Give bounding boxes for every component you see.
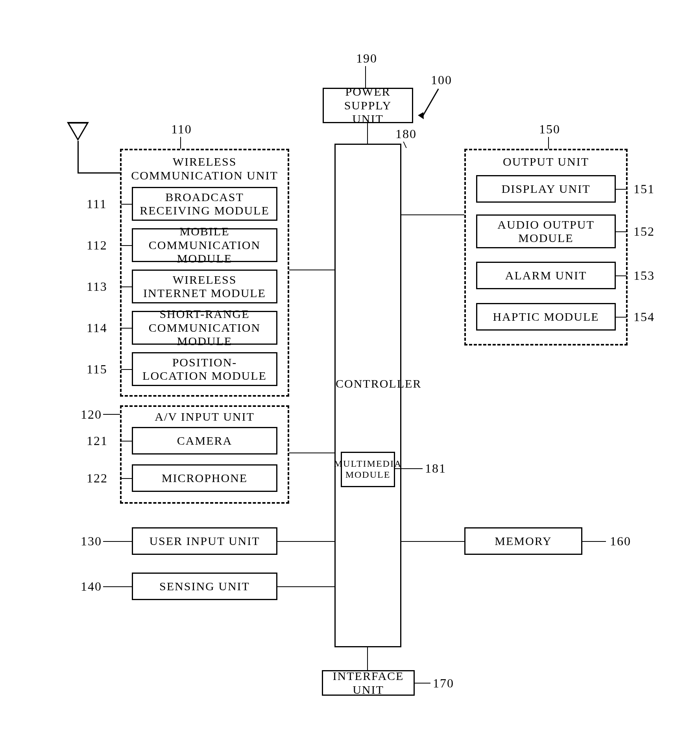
antenna-pole: [78, 141, 79, 172]
ref-120: 120: [81, 407, 102, 422]
ref-152: 152: [634, 224, 655, 239]
multimedia-module-block: MULTIMEDIAMODULE: [341, 452, 395, 487]
ref-115: 115: [87, 362, 107, 377]
tick-112: [121, 245, 132, 246]
leader-180: [403, 142, 406, 148]
interface-unit-block: INTERFACE UNIT: [322, 670, 415, 696]
controller-label: CONTROLLER: [336, 377, 400, 391]
tick-113: [121, 286, 132, 287]
leader-100: [422, 89, 439, 116]
alarm-unit-block: ALARM UNIT: [476, 262, 616, 289]
leader-120: [103, 414, 120, 415]
tick-151: [616, 189, 627, 190]
conn-power-controller: [367, 123, 368, 144]
tick-111: [121, 204, 132, 205]
short-range-communication-module-block: SHORT-RANGECOMMUNICATION MODULE: [132, 311, 277, 345]
conn-userinput-controller: [277, 541, 334, 542]
ref-100: 100: [431, 73, 452, 87]
ref-154: 154: [634, 310, 655, 324]
ref-114: 114: [87, 321, 107, 335]
leader-100-arrow: [418, 112, 427, 121]
sensing-unit-block: SENSING UNIT: [132, 573, 277, 600]
haptic-module-block: HAPTIC MODULE: [476, 303, 616, 331]
conn-wireless-controller: [289, 270, 334, 270]
ref-151: 151: [634, 182, 655, 196]
leader-160: [582, 541, 606, 542]
ref-160: 160: [610, 534, 631, 549]
conn-av-controller: [289, 453, 334, 453]
camera-block: CAMERA: [132, 427, 277, 454]
leader-170: [415, 683, 430, 684]
ref-190: 190: [356, 51, 377, 66]
wireless-comm-unit-title: WIRELESSCOMMUNICATION UNIT: [122, 155, 288, 182]
conn-controller-output: [401, 214, 464, 215]
ref-153: 153: [634, 268, 655, 283]
position-location-module-block: POSITION-LOCATION MODULE: [132, 352, 277, 386]
tick-115: [121, 369, 132, 370]
tick-152: [616, 231, 627, 232]
ref-130: 130: [81, 534, 102, 549]
leader-130: [103, 541, 132, 542]
tick-121: [121, 441, 132, 442]
ref-111: 111: [87, 197, 107, 211]
wireless-internet-module-block: WIRELESSINTERNET MODULE: [132, 270, 277, 303]
leader-190: [365, 66, 366, 88]
mobile-communication-module-block: MOBILECOMMUNICATION MODULE: [132, 228, 277, 262]
power-supply-unit-block: POWER SUPPLYUNIT: [323, 88, 413, 123]
memory-block: MEMORY: [464, 527, 582, 555]
ref-150: 150: [539, 122, 560, 137]
conn-controller-interface: [367, 647, 368, 670]
antenna-to-group: [78, 172, 121, 174]
audio-output-module-block: AUDIO OUTPUTMODULE: [476, 214, 616, 248]
microphone-block: MICROPHONE: [132, 464, 277, 492]
output-unit-title: OUTPUT UNIT: [466, 155, 626, 169]
tick-153: [616, 275, 627, 276]
leader-181: [395, 468, 423, 469]
ref-122: 122: [87, 471, 108, 486]
conn-sensing-controller: [277, 586, 334, 587]
ref-170: 170: [433, 676, 454, 691]
user-input-unit-block: USER INPUT UNIT: [132, 527, 277, 555]
tick-122: [121, 478, 132, 479]
conn-controller-memory: [401, 541, 464, 542]
leader-110: [180, 137, 181, 149]
diagram-stage: 190 POWER SUPPLYUNIT 100 180 CONTROLLER …: [0, 0, 700, 739]
ref-181: 181: [425, 461, 446, 476]
ref-110: 110: [171, 122, 192, 137]
ref-112: 112: [87, 238, 107, 253]
display-unit-block: DISPLAY UNIT: [476, 175, 616, 203]
antenna-icon: [67, 122, 89, 141]
ref-140: 140: [81, 579, 102, 594]
controller-block: CONTROLLER: [334, 144, 401, 647]
ref-180: 180: [395, 127, 417, 141]
tick-114: [121, 328, 132, 329]
ref-121: 121: [87, 434, 108, 448]
tick-154: [616, 317, 627, 318]
broadcast-receiving-module-block: BROADCASTRECEIVING MODULE: [132, 187, 277, 221]
ref-113: 113: [87, 279, 107, 294]
leader-150: [548, 137, 549, 149]
av-input-unit-title: A/V INPUT UNIT: [122, 410, 288, 424]
leader-140: [103, 586, 132, 587]
